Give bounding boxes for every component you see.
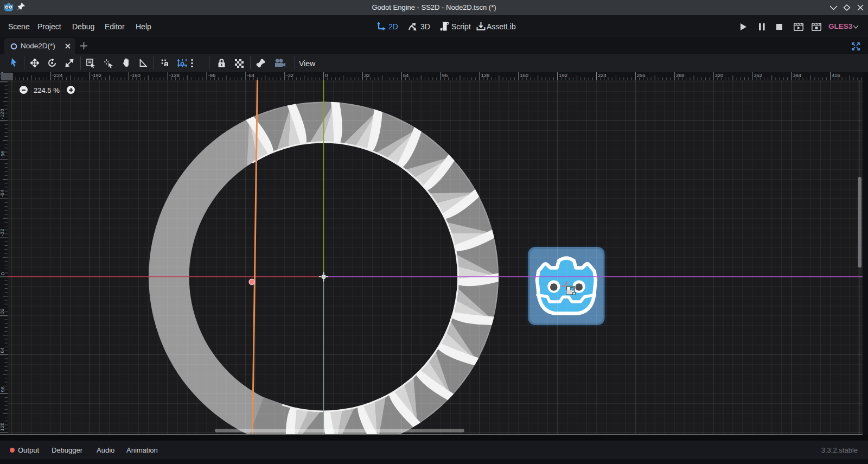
svg-text:-224: -224 [52,72,62,78]
svg-text:-96: -96 [208,72,216,78]
svg-text:128: 128 [0,423,5,431]
svg-text:-32: -32 [0,228,5,236]
svg-text:-128: -128 [169,72,180,78]
svg-text:352: 352 [754,72,762,78]
svg-text:64: 64 [403,72,409,78]
svg-text:288: 288 [676,72,685,78]
svg-text:32: 32 [364,72,370,78]
svg-text:128: 128 [481,72,490,78]
svg-text:0: 0 [325,72,328,78]
svg-text:-96: -96 [0,151,5,158]
svg-text:64: 64 [0,347,5,353]
svg-text:-64: -64 [247,72,254,78]
svg-text:96: 96 [442,72,448,78]
svg-text:-64: -64 [0,190,5,198]
svg-text:160: 160 [520,72,528,78]
svg-text:-128: -128 [0,109,5,119]
svg-text:96: 96 [0,386,5,392]
svg-text:-192: -192 [91,72,101,78]
svg-text:-160: -160 [130,72,141,78]
svg-text:416: 416 [832,72,840,78]
svg-text:320: 320 [715,72,724,78]
svg-text:224: 224 [598,72,607,78]
svg-text:192: 192 [559,72,567,78]
svg-text:256: 256 [637,72,646,78]
svg-text:0: 0 [0,272,5,275]
svg-text:384: 384 [793,72,801,78]
svg-text:-32: -32 [286,72,293,78]
svg-text:32: 32 [0,308,5,314]
